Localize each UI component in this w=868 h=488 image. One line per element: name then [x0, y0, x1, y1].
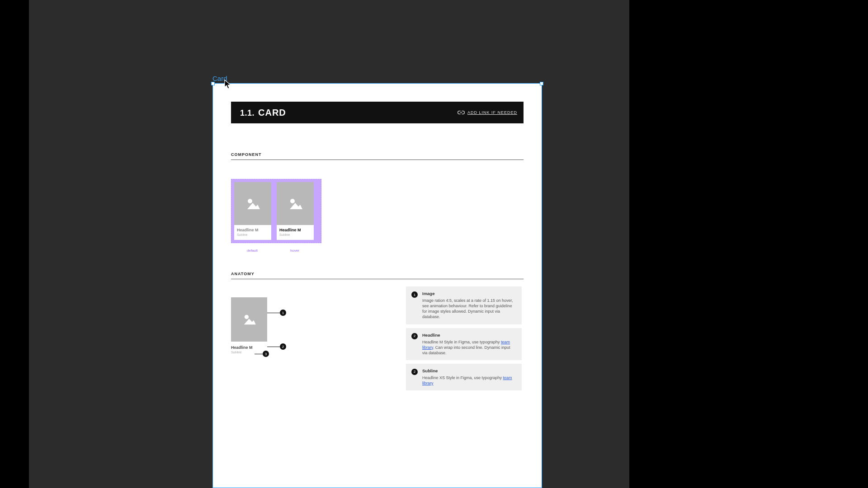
section-label-component: COMPONENT	[231, 152, 524, 157]
spec-title: Subline	[422, 368, 516, 373]
spec-title: Image	[422, 291, 516, 296]
spec-number: 2	[411, 333, 418, 339]
spec-description: Headline XS Style in Figma, use typograp…	[422, 375, 516, 386]
spec-number: 1	[411, 291, 418, 298]
section-rule	[231, 279, 524, 279]
add-link-button[interactable]: ADD LINK IF NEEDED	[458, 110, 517, 115]
document-page: 1.1. CARD ADD LINK IF NEEDED COMPONENT	[213, 84, 542, 488]
title-text: CARD	[258, 108, 286, 118]
anatomy-subline: Subline	[231, 351, 267, 354]
spec-description: Headline M Style in Figma, use typograph…	[422, 339, 516, 356]
component-variants-wrap[interactable]: Headline M Subline Headline M Subline	[231, 179, 321, 243]
link-icon	[458, 110, 465, 115]
add-link-label: ADD LINK IF NEEDED	[467, 110, 517, 115]
card-headline: Headline M	[237, 228, 269, 232]
section-label-anatomy: ANATOMY	[231, 272, 524, 276]
spec-title: Headline	[422, 333, 516, 338]
frame-label[interactable]: Card	[212, 75, 227, 82]
spec-item: 2 Subline Headline XS Style in Figma, us…	[406, 364, 522, 390]
spec-item: 2 Headline Headline M Style in Figma, us…	[406, 328, 522, 360]
variant-label-default: default	[234, 249, 271, 253]
spec-item: 1 Image Image ration 4:5, scales at a ra…	[406, 286, 522, 324]
anatomy-card: Headline M Subline	[231, 297, 267, 354]
selected-frame[interactable]: 1.1. CARD ADD LINK IF NEEDED COMPONENT	[212, 83, 542, 488]
card-subline: Subline	[237, 233, 269, 236]
section-rule	[231, 160, 524, 160]
callout-line	[267, 347, 280, 347]
callout-dot-3: 3	[263, 351, 269, 357]
card-image-placeholder	[234, 182, 271, 225]
spec-description: Image ration 4:5, scales at a rate of 1.…	[422, 298, 516, 320]
title-number: 1.1.	[240, 108, 255, 118]
card-subline: Subline	[279, 233, 311, 236]
spec-list: 1 Image Image ration 4:5, scales at a ra…	[406, 286, 522, 390]
svg-point-2	[245, 315, 249, 319]
variant-label-hover: hover	[276, 249, 313, 253]
card-variant-hover[interactable]: Headline M Subline	[277, 182, 314, 240]
anatomy-image-placeholder	[231, 297, 267, 342]
title-bar: 1.1. CARD ADD LINK IF NEEDED	[231, 102, 524, 123]
spec-number: 2	[411, 369, 418, 375]
svg-point-1	[290, 199, 295, 203]
anatomy-wrap: Headline M Subline 1 2 3 1 Image Image r…	[231, 297, 524, 379]
anatomy-headline: Headline M	[231, 345, 267, 350]
card-image-placeholder	[277, 182, 314, 225]
card-headline: Headline M	[279, 228, 311, 232]
callout-line	[255, 354, 263, 354]
card-variant-default[interactable]: Headline M Subline	[234, 182, 271, 240]
callout-dot-2: 2	[280, 343, 286, 350]
callout-dot-1: 1	[280, 310, 286, 316]
svg-point-0	[248, 199, 252, 203]
callout-line	[267, 313, 280, 313]
